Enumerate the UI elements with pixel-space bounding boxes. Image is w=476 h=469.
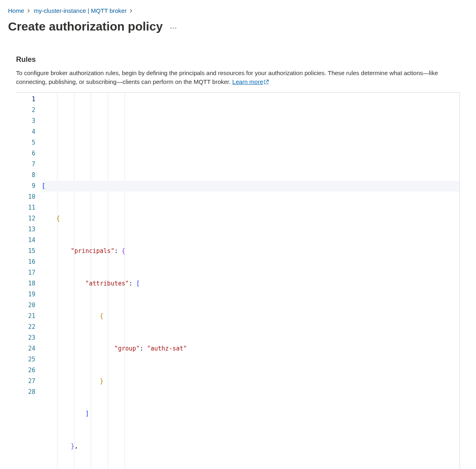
breadcrumb-home[interactable]: Home bbox=[8, 7, 24, 14]
chevron-right-icon bbox=[130, 7, 133, 14]
rules-description: To configure broker authorization rules,… bbox=[16, 69, 460, 87]
section-title-rules: Rules bbox=[16, 55, 460, 64]
page-title: Create authorization policy bbox=[8, 20, 163, 33]
editor-gutter: 1234567891011121314151617181920212223242… bbox=[16, 93, 40, 469]
breadcrumb: Home my-cluster-instance | MQTT broker bbox=[8, 7, 468, 14]
chevron-right-icon bbox=[27, 7, 31, 14]
learn-more-link[interactable]: Learn more bbox=[232, 78, 269, 85]
more-actions-button[interactable]: ··· bbox=[170, 24, 177, 32]
external-link-icon bbox=[264, 78, 269, 87]
breadcrumb-cluster[interactable]: my-cluster-instance | MQTT broker bbox=[34, 7, 127, 14]
json-editor[interactable]: 1234567891011121314151617181920212223242… bbox=[16, 92, 460, 469]
editor-content[interactable]: [ { "principals": { "attributes": [ { "g… bbox=[40, 93, 460, 469]
